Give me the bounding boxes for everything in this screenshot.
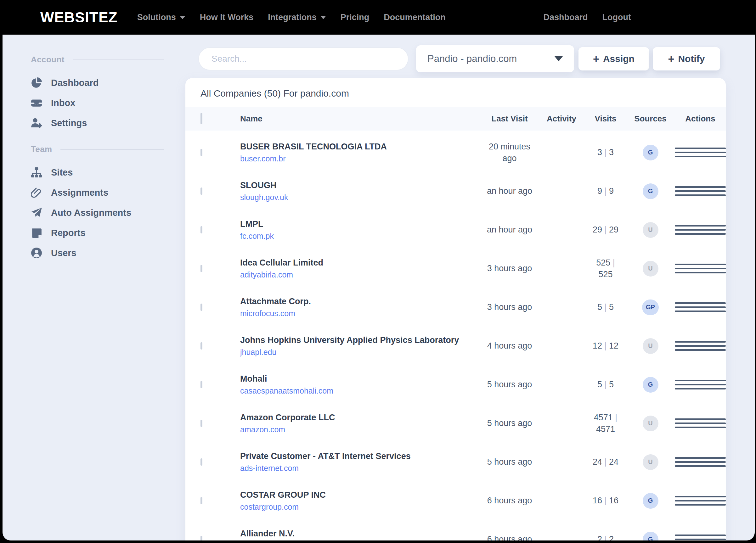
nav-item-how-it-works[interactable]: How It Works: [200, 13, 254, 22]
visits-count: 5 | 5: [597, 301, 614, 313]
sidebar-item-inbox[interactable]: Inbox: [28, 93, 164, 113]
last-visit: 6 hours ago: [487, 495, 532, 506]
last-visit: 5 hours ago: [487, 417, 532, 429]
sidebar-item-dashboard[interactable]: Dashboard: [28, 73, 164, 93]
visits-count: 24 | 24: [593, 456, 618, 467]
row-checkbox[interactable]: [200, 188, 202, 195]
report-icon: [31, 227, 42, 239]
source-badge: U: [643, 454, 658, 470]
assign-button[interactable]: + Assign: [578, 47, 649, 71]
table-row: Private Customer - AT&T Internet Service…: [185, 443, 726, 481]
visits-count: 16 | 16: [593, 495, 618, 506]
column-header-activity: Activity: [538, 114, 585, 124]
column-header-name: Name: [240, 114, 481, 124]
row-menu-icon[interactable]: [675, 418, 726, 428]
last-visit: 6 hours ago: [487, 534, 532, 540]
notify-button[interactable]: + Notify: [653, 47, 720, 71]
visits-count: 2 | 2: [597, 534, 614, 540]
table-row: Alliander N.V. alliander.com 6 hours ago…: [185, 520, 726, 540]
company-domain-link[interactable]: buser.com.br: [240, 154, 481, 163]
row-checkbox[interactable]: [200, 149, 202, 156]
sidebar-item-settings[interactable]: Settings: [28, 113, 164, 133]
row-checkbox[interactable]: [200, 497, 202, 504]
visits-count: 4571 | 4571: [589, 412, 622, 435]
row-menu-icon[interactable]: [675, 264, 726, 273]
row-checkbox[interactable]: [200, 420, 202, 427]
source-badge: G: [643, 184, 658, 199]
row-checkbox[interactable]: [200, 381, 202, 388]
last-visit: an hour ago: [487, 185, 532, 197]
company-domain-link[interactable]: adityabirla.com: [240, 270, 481, 279]
company-name: Mohali: [240, 374, 481, 384]
nav-item-documentation[interactable]: Documentation: [384, 13, 446, 22]
nav-item-pricing[interactable]: Pricing: [341, 13, 370, 22]
company-name: Private Customer - AT&T Internet Service…: [240, 451, 481, 461]
company-name: Johns Hopkins University Applied Physics…: [240, 335, 481, 345]
company-domain-link[interactable]: costargroup.com: [240, 502, 481, 512]
company-domain-link[interactable]: ads-internet.com: [240, 464, 481, 473]
table-header-row: Name Last Visit Activity Visits Sources …: [185, 107, 726, 131]
row-menu-icon[interactable]: [675, 457, 726, 467]
row-checkbox[interactable]: [200, 342, 202, 349]
company-name: Idea Cellular Limited: [240, 258, 481, 268]
row-menu-icon[interactable]: [675, 225, 726, 235]
source-badge: G: [643, 532, 658, 541]
top-navbar: WEBSITEZ Solutions How It Works Integrat…: [0, 0, 756, 35]
nav-item-logout[interactable]: Logout: [602, 13, 631, 22]
source-badge: U: [643, 261, 658, 276]
row-menu-icon[interactable]: [675, 186, 726, 196]
company-domain-link[interactable]: fc.com.pk: [240, 232, 481, 241]
sidebar-item-assignments[interactable]: Assignments: [28, 183, 164, 203]
table-row: Mohali casaespanaatsmohali.com 5 hours a…: [185, 365, 726, 404]
visits-count: 5 | 5: [597, 379, 614, 390]
nav-item-solutions[interactable]: Solutions: [137, 13, 185, 22]
row-menu-icon[interactable]: [675, 341, 726, 351]
visits-count: 9 | 9: [597, 185, 614, 197]
visits-count: 29 | 29: [593, 224, 618, 235]
source-badge: GP: [642, 299, 659, 315]
last-visit: 3 hours ago: [487, 263, 532, 274]
site-selector-dropdown[interactable]: Pandio - pandio.com: [416, 45, 574, 72]
nav-item-integrations[interactable]: Integrations: [268, 13, 326, 22]
search-input[interactable]: [198, 47, 409, 71]
divider: [60, 149, 164, 150]
row-checkbox[interactable]: [200, 226, 202, 234]
company-name: SLOUGH: [240, 181, 481, 190]
table-row: Johns Hopkins University Applied Physics…: [185, 326, 726, 365]
row-checkbox[interactable]: [200, 458, 202, 466]
company-domain-link[interactable]: slough.gov.uk: [240, 193, 481, 202]
row-menu-icon[interactable]: [675, 496, 726, 506]
table-row: Amazon Corporate LLC amazon.com 5 hours …: [185, 404, 726, 443]
source-badge: U: [643, 416, 658, 431]
table-row: COSTAR GROUP INC costargroup.com 6 hours…: [185, 481, 726, 520]
row-menu-icon[interactable]: [675, 148, 726, 157]
column-header-last-visit: Last Visit: [481, 114, 538, 124]
table-row: Idea Cellular Limited adityabirla.com 3 …: [185, 249, 726, 288]
row-menu-icon[interactable]: [675, 535, 726, 540]
row-checkbox[interactable]: [200, 303, 202, 311]
company-name: Attachmate Corp.: [240, 297, 481, 306]
sidebar-item-auto-assignments[interactable]: Auto Assignments: [28, 203, 164, 223]
sidebar-item-users[interactable]: Users: [28, 243, 164, 263]
sidebar-item-reports[interactable]: Reports: [28, 223, 164, 243]
site-selector-value: Pandio - pandio.com: [427, 53, 517, 65]
row-menu-icon[interactable]: [675, 302, 726, 312]
company-name: LMPL: [240, 219, 481, 229]
companies-card: All Companies (50) For pandio.com Name L…: [185, 78, 726, 540]
last-visit: 5 hours ago: [487, 379, 532, 390]
company-domain-link[interactable]: amazon.com: [240, 425, 481, 434]
select-all-checkbox[interactable]: [200, 113, 202, 124]
nav-item-dashboard[interactable]: Dashboard: [544, 13, 588, 22]
row-menu-icon[interactable]: [675, 380, 726, 389]
company-domain-link[interactable]: casaespanaatsmohali.com: [240, 386, 481, 395]
card-title: All Companies (50) For pandio.com: [185, 78, 726, 99]
row-checkbox[interactable]: [200, 536, 202, 541]
row-checkbox[interactable]: [200, 265, 202, 272]
company-name: COSTAR GROUP INC: [240, 490, 481, 500]
company-name: BUSER BRASIL TECNOLOGIA LTDA: [240, 142, 481, 152]
company-domain-link[interactable]: jhuapl.edu: [240, 348, 481, 357]
company-domain-link[interactable]: microfocus.com: [240, 309, 481, 318]
sidebar-item-sites[interactable]: Sites: [28, 162, 164, 183]
paperclip-icon: [31, 187, 42, 198]
user-gear-icon: [31, 117, 42, 129]
